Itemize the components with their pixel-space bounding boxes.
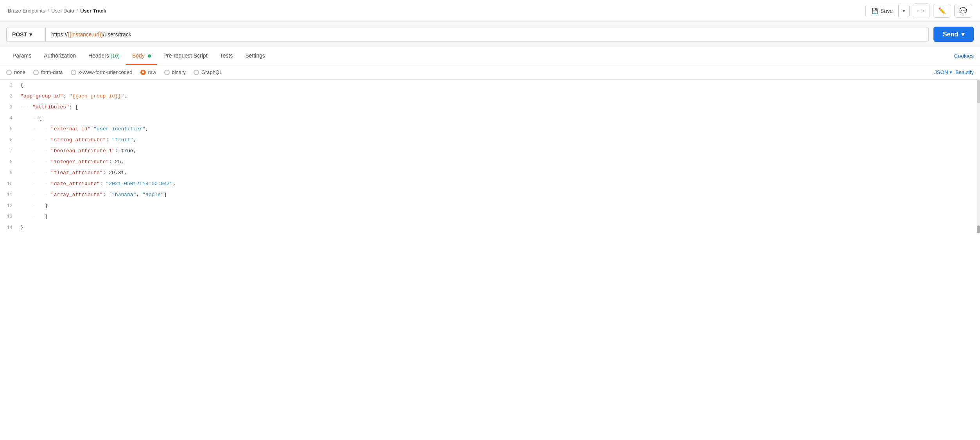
radio-graphql (194, 70, 199, 75)
code-line-8: 8 · · "integer_attribute": 25, (0, 157, 980, 168)
tab-body[interactable]: Body (126, 47, 157, 65)
option-graphql-label: GraphQL (201, 69, 222, 75)
code-line-1: 1 { (0, 80, 980, 91)
option-none-label: none (14, 69, 25, 75)
url-prefix: https:// (51, 31, 68, 38)
edit-icon: ✏️ (938, 7, 946, 14)
tab-headers[interactable]: Headers (10) (82, 47, 126, 65)
json-select[interactable]: JSON ▾ (934, 69, 952, 75)
scrollbar-bottom[interactable] (977, 225, 980, 233)
more-icon: ··· (918, 7, 925, 14)
save-button-group: 💾 Save ▾ (865, 5, 910, 17)
option-binary-label: binary (172, 69, 186, 75)
breadcrumb-sep2: / (77, 8, 78, 14)
code-line-5: 5 → · "external_id":"user_identifier", (0, 124, 980, 135)
line-num-8: 8 (0, 157, 19, 168)
tab-settings[interactable]: Settings (239, 47, 271, 65)
tab-authorization[interactable]: Authorization (38, 47, 82, 65)
radio-binary (164, 70, 170, 75)
send-chevron-icon: ▾ (961, 31, 964, 38)
body-options: none form-data x-www-form-urlencoded raw… (0, 65, 980, 79)
method-select[interactable]: POST ▾ (6, 27, 45, 42)
code-line-14: 14 } (0, 222, 980, 233)
cookies-link[interactable]: Cookies (954, 53, 974, 59)
save-chevron-button[interactable]: ▾ (899, 5, 909, 16)
option-none[interactable]: none (6, 69, 25, 75)
code-line-7: 7 · · "boolean_attribute_1": true, (0, 146, 980, 157)
breadcrumb-sep1: / (47, 8, 49, 14)
code-line-4: 4 → { (0, 113, 980, 124)
code-line-2: 2 "app_group_id": "{{app_group_id}}", (0, 91, 980, 102)
breadcrumb: Braze Endpoints / User Data / User Track (8, 8, 106, 14)
method-chevron-icon: ▾ (29, 31, 32, 38)
headers-badge: (10) (111, 53, 120, 59)
option-form-data-label: form-data (41, 69, 63, 75)
line-content-4: → { (19, 113, 980, 124)
url-bar: POST ▾ https://{{instance.url}}/users/tr… (0, 22, 980, 47)
line-content-14: } (19, 222, 980, 233)
line-num-3: 3 (0, 102, 19, 113)
line-content-7: · · "boolean_attribute_1": true, (19, 146, 980, 157)
breadcrumb-current: User Track (80, 8, 106, 14)
top-actions: 💾 Save ▾ ··· ✏️ 💬 (865, 4, 972, 18)
line-content-6: · · "string_attribute": "fruit", (19, 135, 980, 146)
line-content-12: · } (19, 200, 980, 211)
tabs-right: Cookies (954, 47, 974, 65)
line-content-10: · · "date_attribute": "2021-05012T18:00:… (19, 179, 980, 189)
comment-icon: 💬 (959, 7, 967, 14)
json-chevron-icon: ▾ (949, 69, 952, 75)
edit-button[interactable]: ✏️ (933, 4, 951, 18)
send-label: Send (943, 31, 958, 38)
radio-raw (140, 70, 146, 75)
line-num-7: 7 (0, 146, 19, 157)
save-disk-icon: 💾 (871, 8, 878, 14)
tab-params[interactable]: Params (6, 47, 38, 65)
scrollbar-thumb[interactable] (977, 80, 980, 103)
code-line-6: 6 · · "string_attribute": "fruit", (0, 135, 980, 146)
line-num-11: 11 (0, 189, 19, 200)
line-num-9: 9 (0, 168, 19, 179)
url-suffix: /users/track (103, 31, 131, 38)
url-display[interactable]: https://{{instance.url}}/users/track (45, 27, 929, 42)
code-line-9: 9 · · "float_attribute": 29.31, (0, 168, 980, 179)
option-form-data[interactable]: form-data (33, 69, 63, 75)
breadcrumb-part2[interactable]: User Data (51, 8, 74, 14)
line-num-10: 10 (0, 179, 19, 189)
line-content-11: · · "array_attribute": ["banana", "apple… (19, 189, 980, 200)
comment-button[interactable]: 💬 (954, 4, 972, 18)
beautify-button[interactable]: Beautify (955, 69, 974, 75)
code-line-12: 12 · } (0, 200, 980, 211)
scrollbar-track[interactable] (977, 80, 980, 233)
line-num-12: 12 (0, 200, 19, 211)
option-urlencoded-label: x-www-form-urlencoded (79, 69, 133, 75)
editor-wrapper: 1 { 2 "app_group_id": "{{app_group_id}}"… (0, 79, 980, 233)
line-num-5: 5 (0, 124, 19, 135)
save-button[interactable]: 💾 Save (866, 5, 899, 17)
option-graphql[interactable]: GraphQL (194, 69, 222, 75)
send-button[interactable]: Send ▾ (933, 27, 974, 42)
chevron-down-icon: ▾ (903, 8, 905, 14)
option-binary[interactable]: binary (164, 69, 186, 75)
line-num-14: 14 (0, 222, 19, 233)
radio-form-data (33, 70, 39, 75)
option-raw[interactable]: raw (140, 69, 156, 75)
line-num-2: 2 (0, 91, 19, 102)
code-line-13: 13 · ] (0, 211, 980, 222)
more-button[interactable]: ··· (913, 4, 930, 18)
breadcrumb-part1[interactable]: Braze Endpoints (8, 8, 45, 14)
top-bar: Braze Endpoints / User Data / User Track… (0, 0, 980, 22)
tabs-bar: Params Authorization Headers (10) Body P… (0, 47, 980, 65)
code-line-3: 3 ····"attributes": [ (0, 102, 980, 113)
line-num-6: 6 (0, 135, 19, 146)
option-raw-label: raw (148, 69, 156, 75)
line-content-5: → · "external_id":"user_identifier", (19, 124, 980, 135)
code-line-11: 11 · · "array_attribute": ["banana", "ap… (0, 189, 980, 200)
line-content-13: · ] (19, 211, 980, 222)
tab-tests[interactable]: Tests (214, 47, 239, 65)
line-content-9: · · "float_attribute": 29.31, (19, 168, 980, 179)
radio-none (6, 70, 12, 75)
option-urlencoded[interactable]: x-www-form-urlencoded (71, 69, 133, 75)
code-editor[interactable]: 1 { 2 "app_group_id": "{{app_group_id}}"… (0, 80, 980, 233)
tab-pre-request[interactable]: Pre-request Script (157, 47, 214, 65)
line-content-2: "app_group_id": "{{app_group_id}}", (19, 91, 980, 102)
